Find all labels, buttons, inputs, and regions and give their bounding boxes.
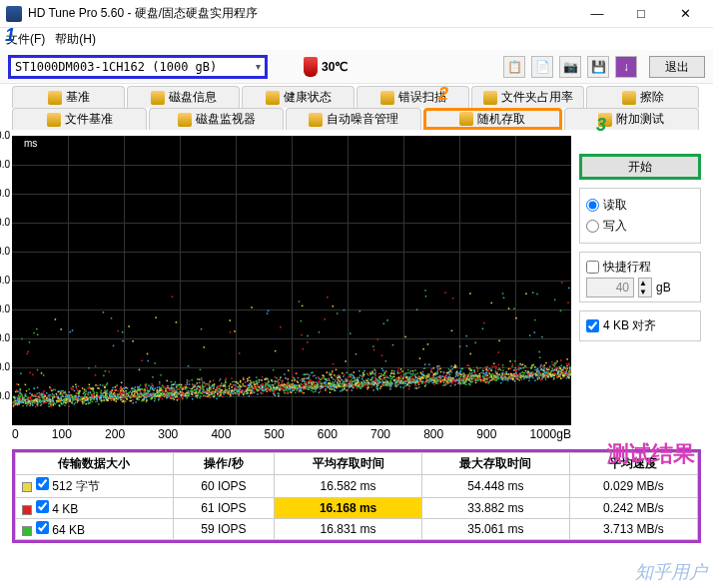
results-heading: 测试结果 — [607, 439, 695, 469]
col-header: 最大存取时间 — [421, 453, 569, 475]
copy2-icon[interactable]: 📄 — [531, 56, 553, 78]
tab-icon — [48, 91, 62, 105]
y-axis: 10.020.030.040.050.060.070.080.090.0100.… — [0, 136, 12, 425]
tab-icon — [459, 112, 473, 126]
tab-icon — [483, 91, 497, 105]
start-button[interactable]: 开始 — [579, 154, 701, 180]
tab-icon — [178, 113, 192, 127]
tab-icon — [47, 113, 61, 127]
minimize-button[interactable]: — — [575, 0, 619, 28]
tab-aam[interactable]: 自动噪音管理 — [286, 108, 420, 130]
tab-benchmark[interactable]: 基准 — [12, 86, 125, 108]
tab-random[interactable]: 随机存取 — [423, 108, 562, 130]
align-checkbox[interactable]: 4 KB 对齐 — [586, 315, 694, 336]
annotation-marker-3: 3 — [596, 115, 606, 136]
align-row: 4 KB 对齐 — [579, 310, 701, 341]
menu-help[interactable]: 帮助(H) — [55, 31, 96, 48]
tab-errorscan[interactable]: 错误扫描 — [356, 86, 469, 108]
drive-select[interactable]: ST1000DM003-1CH162 (1000 gB) ▾ — [8, 55, 268, 79]
temperature-value: 30℃ — [322, 60, 348, 74]
short-stroke-unit: gB — [656, 281, 671, 294]
toolbar: ST1000DM003-1CH162 (1000 gB) ▾ 30℃ 📋 📄 📷… — [0, 50, 713, 84]
tab-icon — [151, 91, 165, 105]
scatter-chart: ms 10.020.030.040.050.060.070.080.090.01… — [12, 136, 571, 425]
table-row: 64 KB59 IOPS16.831 ms35.061 ms3.713 MB/s — [16, 519, 698, 540]
tab-icon — [622, 91, 636, 105]
mode-radios: 读取 写入 — [579, 188, 701, 244]
close-button[interactable]: ✕ — [663, 0, 707, 28]
tab-diskmonitor[interactable]: 磁盘监视器 — [149, 108, 284, 130]
x-axis: 01002003004005006007008009001000gB — [12, 425, 571, 443]
scatter-canvas — [12, 136, 571, 425]
tab-health[interactable]: 健康状态 — [242, 86, 355, 108]
tab-icon — [266, 91, 280, 105]
exit-button[interactable]: 退出 — [649, 56, 705, 78]
tab-filebench[interactable]: 文件基准 — [12, 108, 147, 130]
spin-buttons[interactable]: ▲▼ — [638, 278, 652, 297]
row-label[interactable]: 4 KB — [16, 498, 174, 519]
app-icon — [6, 6, 22, 22]
tab-folderusage[interactable]: 文件夹占用率 — [471, 86, 584, 108]
tab-erase[interactable]: 擦除 — [586, 86, 699, 108]
titlebar: HD Tune Pro 5.60 - 硬盘/固态硬盘实用程序 — □ ✕ — [0, 0, 713, 28]
short-stroke-row: 快捷行程 40 ▲▼ gB — [579, 252, 701, 302]
short-stroke-checkbox[interactable]: 快捷行程 — [586, 257, 694, 278]
arrow-down-icon[interactable]: ↓ — [615, 56, 637, 78]
side-panel: 开始 读取 写入 快捷行程 40 ▲▼ gB 4 KB 对齐 — [579, 136, 701, 443]
camera-icon[interactable]: 📷 — [559, 56, 581, 78]
results-table: 传输数据大小操作/秒平均存取时间最大存取时间平均速度 512 字节60 IOPS… — [12, 449, 701, 543]
col-header: 平均存取时间 — [275, 453, 422, 475]
row-label[interactable]: 64 KB — [16, 519, 174, 540]
radio-read[interactable]: 读取 — [586, 195, 694, 216]
col-header: 传输数据大小 — [16, 453, 174, 475]
short-stroke-value[interactable]: 40 — [586, 278, 634, 297]
chart-area: ms 10.020.030.040.050.060.070.080.090.01… — [12, 136, 571, 443]
save-icon[interactable]: 💾 — [587, 56, 609, 78]
table-row: 4 KB61 IOPS16.168 ms33.882 ms0.242 MB/s — [16, 498, 698, 519]
drive-select-value: ST1000DM003-1CH162 (1000 gB) — [15, 60, 256, 74]
annotation-marker-2: 2 — [438, 84, 448, 105]
window-title: HD Tune Pro 5.60 - 硬盘/固态硬盘实用程序 — [28, 5, 575, 22]
tab-icon — [380, 91, 394, 105]
row-label[interactable]: 512 字节 — [16, 475, 174, 498]
annotation-marker-1: 1 — [5, 25, 15, 46]
chevron-down-icon: ▾ — [256, 61, 261, 72]
temperature: 30℃ — [304, 57, 348, 77]
table-row: 512 字节60 IOPS16.582 ms54.448 ms0.029 MB/… — [16, 475, 698, 498]
thermometer-icon — [304, 57, 318, 77]
tab-extra[interactable]: 附加测试 — [564, 108, 699, 130]
tab-icon — [309, 113, 323, 127]
tab-diskinfo[interactable]: 磁盘信息 — [127, 86, 240, 108]
copy-icon[interactable]: 📋 — [503, 56, 525, 78]
toolbar-icons: 📋 📄 📷 💾 ↓ 退出 — [503, 56, 705, 78]
col-header: 操作/秒 — [173, 453, 274, 475]
maximize-button[interactable]: □ — [619, 0, 663, 28]
watermark: 知乎用户 — [635, 560, 707, 584]
radio-write[interactable]: 写入 — [586, 216, 694, 237]
menubar: 文件(F) 帮助(H) — [0, 28, 713, 50]
